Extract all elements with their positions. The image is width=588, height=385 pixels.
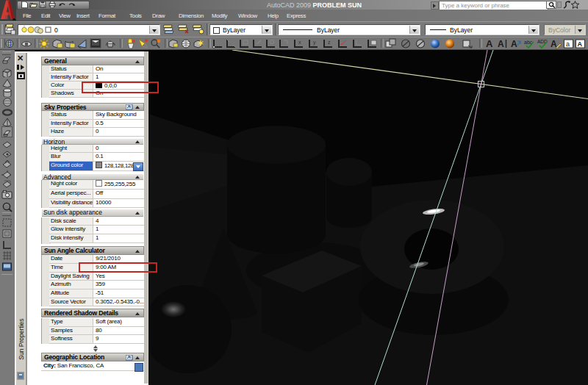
svg-text:A: A [498,39,504,49]
svg-text:z: z [328,40,331,45]
svg-text:y: y [313,40,316,46]
svg-text:A: A [486,38,493,49]
svg-text:A: A [511,39,517,49]
svg-text:x: x [298,40,301,45]
svg-text:a: a [566,40,570,48]
svg-text:A: A [578,40,583,48]
